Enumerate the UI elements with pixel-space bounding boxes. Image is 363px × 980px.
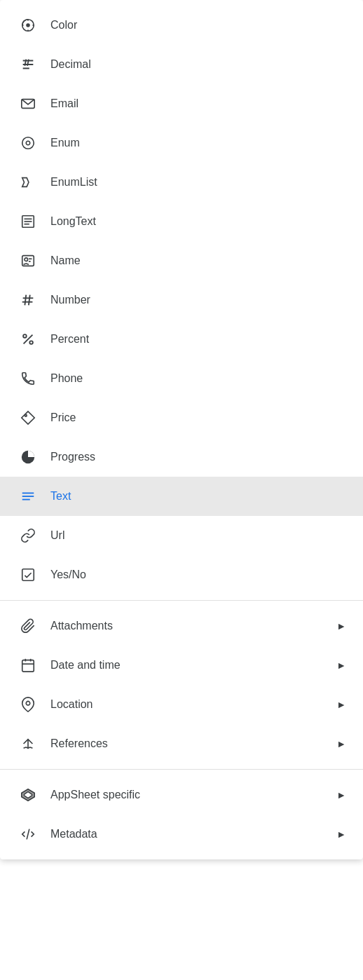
name-icon [17, 253, 39, 268]
metadata-icon [17, 826, 39, 842]
progress-icon [17, 449, 39, 465]
svg-point-12 [22, 137, 34, 149]
decimal-label: Decimal [50, 58, 346, 71]
svg-marker-14 [22, 178, 29, 187]
svg-point-28 [23, 334, 27, 338]
dateandtime-icon [17, 658, 39, 673]
number-label: Number [50, 294, 346, 306]
text-label: Text [50, 490, 346, 503]
menu-item-progress[interactable]: Progress [0, 437, 363, 477]
dateandtime-label: Date and time [50, 659, 336, 672]
attachments-label: Attachments [50, 620, 336, 632]
phone-icon [17, 371, 39, 386]
enum-icon [17, 135, 39, 151]
svg-point-29 [29, 341, 33, 344]
progress-label: Progress [50, 451, 346, 463]
svg-point-1 [26, 23, 30, 27]
yesno-icon [17, 567, 39, 583]
menu-item-enum[interactable]: Enum [0, 123, 363, 163]
color-label: Color [50, 19, 346, 32]
menu-item-color[interactable]: Color [0, 6, 363, 45]
appsheet-label: AppSheet specific [50, 789, 336, 801]
menu-item-yesno[interactable]: Yes/No [0, 555, 363, 594]
menu-item-phone[interactable]: Phone [0, 359, 363, 398]
appsheet-icon [17, 787, 39, 803]
svg-point-40 [26, 701, 30, 705]
longtext-label: LongText [50, 215, 346, 228]
svg-line-44 [27, 829, 29, 840]
location-icon [17, 697, 39, 712]
svg-rect-36 [22, 660, 34, 672]
svg-line-24 [29, 295, 30, 306]
dateandtime-chevron: ► [336, 660, 346, 671]
email-icon [17, 96, 39, 111]
menu-item-url[interactable]: Url [0, 516, 363, 555]
menu-container: Color Decimal Email [0, 0, 363, 859]
menu-item-attachments[interactable]: Attachments ► [0, 606, 363, 646]
menu-item-dateandtime[interactable]: Date and time ► [0, 646, 363, 685]
menu-item-enumlist[interactable]: EnumList [0, 163, 363, 202]
name-label: Name [50, 254, 346, 267]
longtext-icon [17, 214, 39, 229]
enum-label: Enum [50, 137, 346, 149]
location-label: Location [50, 698, 336, 711]
menu-item-references[interactable]: References ► [0, 724, 363, 763]
enumlist-icon [17, 175, 39, 190]
phone-label: Phone [50, 372, 346, 385]
references-label: References [50, 737, 336, 750]
number-icon [17, 292, 39, 308]
menu-item-text[interactable]: Text [0, 477, 363, 516]
svg-rect-35 [22, 569, 34, 581]
references-icon [17, 736, 39, 751]
email-label: Email [50, 97, 346, 110]
divider-2 [0, 769, 363, 770]
svg-point-20 [25, 258, 28, 261]
svg-point-30 [25, 414, 27, 416]
menu-item-name[interactable]: Name [0, 241, 363, 280]
url-icon [17, 528, 39, 543]
metadata-chevron: ► [336, 829, 346, 840]
price-label: Price [50, 411, 346, 424]
menu-item-email[interactable]: Email [0, 84, 363, 123]
decimal-icon [17, 57, 39, 72]
location-chevron: ► [336, 699, 346, 710]
yesno-label: Yes/No [50, 569, 346, 581]
svg-line-23 [25, 295, 26, 306]
menu-item-location[interactable]: Location ► [0, 685, 363, 724]
percent-label: Percent [50, 333, 346, 346]
menu-item-price[interactable]: Price [0, 398, 363, 437]
url-label: Url [50, 529, 346, 542]
menu-item-appsheet[interactable]: AppSheet specific ► [0, 775, 363, 815]
divider-1 [0, 600, 363, 601]
appsheet-chevron: ► [336, 789, 346, 801]
menu-item-number[interactable]: Number [0, 280, 363, 320]
text-icon [17, 489, 39, 504]
percent-icon [17, 332, 39, 347]
svg-line-27 [24, 335, 33, 344]
menu-item-metadata[interactable]: Metadata ► [0, 815, 363, 854]
menu-item-decimal[interactable]: Decimal [0, 45, 363, 84]
price-icon [17, 410, 39, 426]
references-chevron: ► [336, 738, 346, 749]
attachments-icon [17, 618, 39, 634]
menu-item-percent[interactable]: Percent [0, 320, 363, 359]
attachments-chevron: ► [336, 620, 346, 632]
enumlist-label: EnumList [50, 176, 346, 189]
metadata-label: Metadata [50, 828, 336, 841]
svg-point-13 [26, 141, 30, 145]
color-icon [17, 18, 39, 33]
menu-item-longtext[interactable]: LongText [0, 202, 363, 241]
